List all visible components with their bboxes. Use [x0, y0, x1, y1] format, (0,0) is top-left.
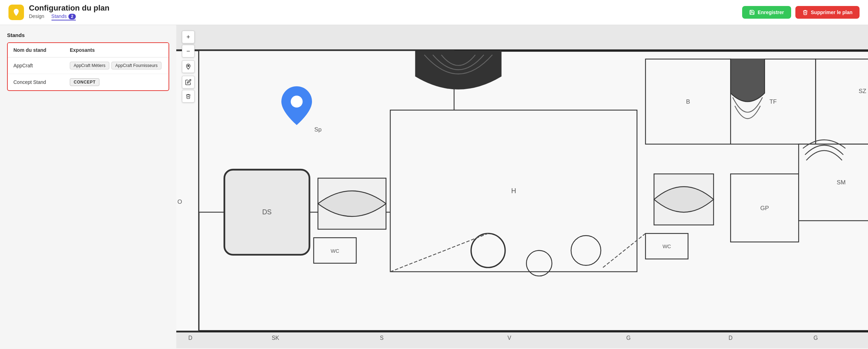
- main-content: Stands Nom du stand Exposants AppCraft A…: [0, 25, 868, 348]
- svg-rect-45: [799, 144, 868, 221]
- trash-icon: [802, 10, 808, 15]
- svg-text:S: S: [380, 335, 384, 341]
- stands-section-title: Stands: [7, 32, 169, 38]
- sidebar: Stands Nom du stand Exposants AppCraft A…: [0, 25, 176, 348]
- svg-point-3: [188, 65, 189, 67]
- col-header-name: Nom du stand: [13, 47, 70, 53]
- svg-text:SM: SM: [837, 179, 845, 186]
- save-icon: [749, 10, 755, 15]
- exposant-badge: AppCraft Fournisseurs: [111, 62, 161, 69]
- svg-text:DS: DS: [262, 208, 272, 216]
- delete-button[interactable]: Supprimer le plan: [795, 6, 860, 19]
- svg-text:B: B: [686, 98, 690, 105]
- table-header: Nom du stand Exposants: [8, 43, 169, 57]
- svg-text:O: O: [177, 198, 182, 205]
- edit-icon: [185, 79, 191, 85]
- table-row: Concept Stand CONCEPT: [8, 74, 169, 90]
- exposants-list-concept: CONCEPT: [70, 78, 163, 86]
- col-header-exposants: Exposants: [70, 47, 163, 53]
- zoom-in-button[interactable]: +: [182, 31, 195, 43]
- tab-design[interactable]: Design: [29, 13, 44, 20]
- svg-text:SZ: SZ: [858, 88, 866, 94]
- svg-text:D: D: [729, 335, 733, 341]
- delete-map-button[interactable]: [182, 90, 195, 103]
- table-row: AppCraft AppCraft Métiers AppCraft Fourn…: [8, 57, 169, 74]
- stands-badge: 2: [68, 14, 76, 19]
- edit-map-button[interactable]: [182, 76, 195, 88]
- svg-text:V: V: [508, 335, 512, 341]
- map-controls: + −: [182, 31, 195, 103]
- svg-text:WC: WC: [331, 248, 339, 254]
- svg-point-23: [291, 96, 303, 108]
- exposant-badge: AppCraft Métiers: [70, 62, 109, 69]
- zoom-out-button[interactable]: −: [182, 45, 195, 57]
- header-left: Configuration du plan Design Stands2: [8, 4, 110, 20]
- tabs-bar: Design Stands2: [29, 13, 110, 20]
- svg-text:SK: SK: [272, 335, 279, 341]
- floor-plan-svg: Sa LK KK O Sp: [176, 25, 868, 348]
- delete-map-icon: [185, 93, 191, 99]
- locate-button[interactable]: [182, 60, 195, 73]
- save-button[interactable]: Enregistrer: [742, 6, 791, 19]
- svg-text:GP: GP: [760, 205, 769, 212]
- tab-stands[interactable]: Stands2: [51, 13, 76, 20]
- header-actions: Enregistrer Supprimer le plan: [742, 6, 860, 19]
- app-header: Configuration du plan Design Stands2 Enr…: [0, 0, 868, 25]
- stand-name-concept: Concept Stand: [13, 79, 70, 85]
- svg-text:D: D: [188, 335, 192, 341]
- svg-text:TF: TF: [770, 98, 777, 105]
- svg-text:G: G: [626, 335, 631, 341]
- page-title: Configuration du plan: [29, 4, 110, 12]
- svg-text:WC: WC: [662, 244, 671, 249]
- exposants-list-appcraft: AppCraft Métiers AppCraft Fournisseurs: [70, 62, 163, 69]
- svg-text:Sp: Sp: [314, 126, 322, 133]
- stand-name-appcraft: AppCraft: [13, 63, 70, 68]
- svg-text:H: H: [511, 187, 516, 195]
- locate-icon: [185, 63, 191, 70]
- svg-text:G: G: [813, 335, 818, 341]
- stands-table: Nom du stand Exposants AppCraft AppCraft…: [7, 42, 169, 91]
- header-title-group: Configuration du plan Design Stands2: [29, 4, 110, 20]
- svg-rect-41: [816, 59, 868, 144]
- app-logo: [8, 5, 24, 20]
- exposant-badge-concept: CONCEPT: [70, 78, 99, 86]
- map-area: + −: [176, 25, 868, 348]
